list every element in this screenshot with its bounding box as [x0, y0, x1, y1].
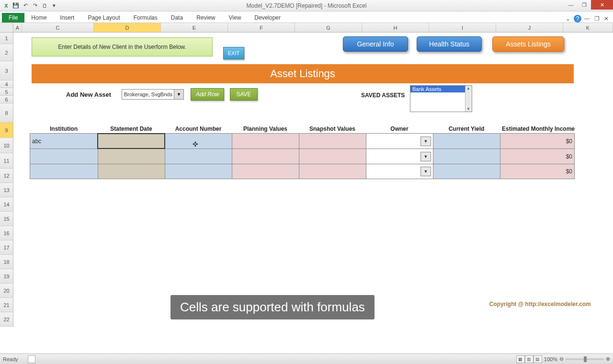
tab-page-layout[interactable]: Page Layout	[81, 13, 126, 23]
ribbon-window-min-icon[interactable]: —	[583, 15, 591, 23]
cell-statement-date[interactable]	[98, 149, 165, 164]
view-pagebreak-icon[interactable]: ▤	[534, 355, 542, 363]
help-icon[interactable]: ?	[574, 15, 581, 23]
col-header[interactable]: I	[429, 23, 496, 32]
save-icon[interactable]: 💾	[11, 1, 20, 10]
row-header[interactable]: 18	[0, 255, 13, 269]
col-header[interactable]: J	[496, 23, 563, 32]
nav-assets-listings-button[interactable]: Assets Listings	[492, 36, 564, 52]
tab-insert[interactable]: Insert	[53, 13, 81, 23]
maximize-button[interactable]: ❐	[578, 0, 591, 10]
close-button[interactable]: ✕	[591, 0, 613, 10]
cell-account-number[interactable]	[165, 149, 232, 164]
cell-current-yield[interactable]	[433, 164, 500, 179]
cell-snapshot-values[interactable]	[299, 134, 366, 148]
ribbon-window-restore-icon[interactable]: ❐	[593, 15, 601, 23]
col-header[interactable]: K	[563, 23, 613, 32]
row-header[interactable]: 8	[0, 103, 13, 123]
row-header[interactable]: 19	[0, 269, 13, 284]
qat-dropdown-icon[interactable]: ▾	[50, 1, 58, 10]
nav-health-status-button[interactable]: Health Status	[417, 36, 482, 52]
zoom-in-button[interactable]: ⊕	[606, 356, 610, 362]
row-header[interactable]: 12	[0, 169, 13, 183]
row-header[interactable]: 13	[0, 183, 13, 197]
zoom-slider[interactable]	[566, 358, 604, 360]
nav-general-info-button[interactable]: General Info	[343, 36, 408, 52]
add-row-button[interactable]: Add Row	[191, 88, 224, 101]
row-header[interactable]: 9	[0, 123, 13, 138]
cell-owner[interactable]: ▼	[366, 134, 433, 148]
chevron-down-icon[interactable]: ▼	[420, 152, 431, 161]
cell-current-yield[interactable]	[433, 149, 500, 164]
cell-owner[interactable]: ▼	[366, 164, 433, 179]
col-header[interactable]: F	[228, 23, 295, 32]
row-header[interactable]: 1	[0, 33, 13, 44]
row-header[interactable]: 17	[0, 240, 13, 255]
col-header[interactable]: G	[295, 23, 362, 32]
tab-file[interactable]: File	[2, 13, 24, 23]
cell-statement-date[interactable]	[98, 134, 165, 148]
view-normal-icon[interactable]: ▦	[516, 355, 525, 363]
view-layout-icon[interactable]: ▥	[525, 355, 534, 363]
saved-assets-listbox[interactable]: Bank Assets	[410, 85, 472, 112]
row-header[interactable]: 3	[0, 61, 13, 80]
cell-planning-values[interactable]	[232, 134, 299, 148]
cell-snapshot-values[interactable]	[299, 149, 366, 164]
sheet-body[interactable]: Enter Details of New Client in the Userf…	[13, 33, 613, 327]
cell-institution[interactable]: abc	[30, 134, 98, 148]
row-header[interactable]: 22	[0, 312, 13, 327]
row-header[interactable]: 11	[0, 153, 13, 169]
row-header[interactable]: 5	[0, 88, 13, 96]
row-header[interactable]: 20	[0, 284, 13, 298]
cell-planning-values[interactable]	[232, 149, 299, 164]
cell-snapshot-values[interactable]	[299, 164, 366, 179]
cell-planning-values[interactable]	[232, 164, 299, 179]
cell-institution[interactable]	[30, 149, 98, 164]
ribbon-min-icon[interactable]: ⌄	[564, 15, 572, 23]
th-planning-values: Planning Values	[232, 117, 299, 133]
cell-income[interactable]: $0	[500, 164, 575, 179]
list-item[interactable]: Bank Assets	[410, 86, 472, 92]
row-header[interactable]: 21	[0, 298, 13, 312]
col-header[interactable]: D	[94, 23, 161, 32]
tab-developer[interactable]: Developer	[248, 13, 287, 23]
scrollbar[interactable]	[465, 86, 472, 112]
zoom-out-button[interactable]: ⊖	[559, 356, 564, 362]
row-header[interactable]: 6	[0, 96, 13, 103]
row-header[interactable]: 4	[0, 80, 13, 88]
ribbon-window-close-icon[interactable]: ✕	[602, 15, 610, 23]
cell-current-yield[interactable]	[433, 134, 500, 148]
cell-statement-date[interactable]	[98, 164, 165, 179]
minimize-button[interactable]: —	[564, 0, 578, 10]
col-header[interactable]: C	[22, 23, 94, 32]
redo-icon[interactable]: ↷	[31, 1, 39, 10]
cell-income[interactable]: $0	[500, 134, 575, 148]
tab-home[interactable]: Home	[24, 13, 53, 23]
tab-review[interactable]: Review	[190, 13, 222, 23]
col-header[interactable]: A	[13, 23, 22, 32]
row-header[interactable]: 10	[0, 138, 13, 153]
col-header[interactable]: H	[362, 23, 429, 32]
print-preview-icon[interactable]: 🗋	[40, 1, 49, 10]
save-button[interactable]: SAVE	[230, 88, 258, 101]
cell-account-number[interactable]	[165, 164, 232, 179]
cell-income[interactable]: $0	[500, 149, 575, 164]
macro-record-icon[interactable]	[28, 355, 35, 363]
cell-owner[interactable]: ▼	[366, 149, 433, 164]
asset-type-dropdown[interactable]: Brokerage, SvgBnds ▼	[122, 89, 184, 100]
chevron-down-icon[interactable]: ▼	[420, 136, 431, 146]
row-header[interactable]: 16	[0, 226, 13, 240]
tab-formulas[interactable]: Formulas	[127, 13, 164, 23]
row-header[interactable]: 14	[0, 197, 13, 212]
exit-button[interactable]: EXIT	[223, 47, 244, 59]
select-all-corner[interactable]	[0, 23, 13, 32]
cell-account-number[interactable]	[165, 134, 232, 148]
col-header[interactable]: E	[161, 23, 228, 32]
row-header[interactable]: 2	[0, 44, 13, 61]
tab-data[interactable]: Data	[164, 13, 190, 23]
row-header[interactable]: 15	[0, 212, 13, 226]
tab-view[interactable]: View	[222, 13, 248, 23]
cell-institution[interactable]	[30, 164, 98, 179]
undo-icon[interactable]: ↶	[21, 1, 30, 10]
chevron-down-icon[interactable]: ▼	[420, 167, 431, 176]
